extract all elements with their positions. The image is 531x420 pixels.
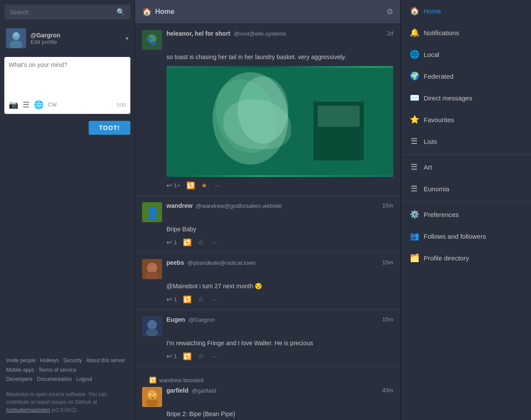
invite-people-link[interactable]: Invite people bbox=[6, 357, 36, 363]
boost-button[interactable]: 🔁 bbox=[183, 238, 192, 247]
post-actions: ↩ 1+ 🔁 ★ ··· bbox=[166, 181, 393, 190]
developers-link[interactable]: Developers bbox=[6, 376, 33, 382]
eunomia-icon: ☰ bbox=[410, 184, 418, 193]
documentation-link[interactable]: Documentation bbox=[37, 376, 72, 382]
hotkeys-link[interactable]: Hotkeys bbox=[40, 357, 59, 363]
post-actions: ↩ 1 🔁 ☆ ··· bbox=[166, 238, 393, 247]
avatar bbox=[6, 28, 26, 48]
reply-button[interactable]: ↩ 1 bbox=[166, 295, 177, 303]
cw-label[interactable]: CW bbox=[48, 102, 57, 108]
post-time: 15m bbox=[382, 316, 393, 323]
more-button[interactable]: ··· bbox=[215, 182, 220, 189]
security-link[interactable]: Security bbox=[63, 357, 82, 363]
formatting-icon[interactable]: ☰ bbox=[23, 100, 30, 110]
sidebar-item-label: Direct messages bbox=[424, 94, 472, 102]
mobile-apps-link[interactable]: Mobile apps bbox=[6, 367, 34, 373]
post-header: 😸 garfield @garfiald 43m bbox=[142, 387, 393, 407]
more-button[interactable]: ··· bbox=[212, 239, 216, 246]
sidebar-item-label: Profile directory bbox=[424, 254, 469, 262]
reply-button[interactable]: ↩ 1 bbox=[166, 238, 177, 247]
more-button[interactable]: ··· bbox=[212, 296, 216, 303]
post-handle: @Gargron bbox=[189, 317, 215, 323]
favourite-button[interactable]: ★ bbox=[201, 181, 207, 190]
post-header: 👤 wandrew @wandrew@godforsaken.website 1… bbox=[142, 202, 393, 222]
boost-button[interactable]: 🔁 bbox=[186, 181, 195, 190]
sidebar-item-notifications[interactable]: 🔔 Notifications bbox=[401, 22, 531, 43]
post-header: peebs @pbandkate@radical.town 15m bbox=[142, 259, 393, 279]
table-row: Eugen @Gargron 15m I'm rewatching Fringe… bbox=[135, 310, 400, 367]
sidebar-item-art[interactable]: ☰ Art bbox=[401, 156, 531, 178]
footer-links: Invite people · Hotkeys · Security · Abo… bbox=[0, 349, 135, 389]
sidebar-item-direct-messages[interactable]: ✉️ Direct messages bbox=[401, 87, 531, 109]
column-title: Home bbox=[155, 8, 174, 16]
post-author: peebs bbox=[166, 259, 184, 266]
post-author: Eugen bbox=[166, 316, 185, 323]
lists-icon: ☰ bbox=[410, 137, 418, 146]
post-header: Eugen @Gargron 15m bbox=[142, 316, 393, 336]
toot-button[interactable]: TOOT! bbox=[89, 121, 130, 135]
edit-profile-link[interactable]: Edit profile bbox=[30, 39, 121, 45]
star-icon: ☆ bbox=[198, 352, 204, 360]
post-content: so toast is chasing her tail in her laun… bbox=[166, 53, 393, 62]
star-icon: ☆ bbox=[198, 295, 204, 303]
post-time: 15m bbox=[382, 259, 393, 266]
about-link[interactable]: About this server bbox=[86, 357, 125, 363]
attach-image-icon[interactable]: 📷 bbox=[9, 100, 18, 110]
post-handle: @pbandkate@radical.town bbox=[187, 260, 255, 266]
post-meta: peebs @pbandkate@radical.town 15m bbox=[166, 259, 393, 266]
reply-count: 1 bbox=[174, 296, 177, 303]
left-sidebar: 🔍 @Gargron Edit profile ▾ 📷 ☰ 🌐 CW 500 T… bbox=[0, 0, 135, 420]
svg-text:👤: 👤 bbox=[146, 206, 160, 220]
reply-button[interactable]: ↩ 1 bbox=[166, 352, 177, 360]
boost-indicator: 🔁 wandrew boosted bbox=[142, 373, 393, 383]
favourite-button[interactable]: ☆ bbox=[198, 352, 204, 360]
sidebar-item-follows-followers[interactable]: 👥 Follows and followers bbox=[401, 225, 531, 247]
local-icon: 🌐 bbox=[410, 50, 418, 59]
search-icon[interactable]: 🔍 bbox=[116, 8, 125, 16]
reply-icon: ↩ bbox=[166, 181, 172, 190]
compose-textarea[interactable] bbox=[9, 61, 126, 96]
nav-divider bbox=[401, 201, 531, 202]
sidebar-item-label: Local bbox=[424, 51, 439, 58]
sidebar-item-label: Notifications bbox=[424, 29, 459, 37]
search-input[interactable] bbox=[10, 9, 116, 16]
terms-link[interactable]: Terms of service bbox=[39, 367, 76, 373]
sidebar-item-label: Favourites bbox=[424, 116, 454, 123]
sidebar-item-favourites[interactable]: ⭐ Favourites bbox=[401, 109, 531, 130]
sidebar-item-home[interactable]: 🏠 Home bbox=[401, 0, 531, 22]
post-handle: @root@elle.systems bbox=[234, 30, 286, 37]
reply-button[interactable]: ↩ 1+ bbox=[166, 181, 180, 190]
logout-link[interactable]: Logout bbox=[76, 376, 92, 382]
repo-link[interactable]: tootsuite/mastodon bbox=[6, 407, 50, 413]
column-settings-icon[interactable]: ⚙ bbox=[386, 7, 393, 17]
post-actions: ↩ 1 🔁 ☆ ··· bbox=[166, 295, 393, 303]
sidebar-item-local[interactable]: 🌐 Local bbox=[401, 43, 531, 65]
profile-chevron-icon[interactable]: ▾ bbox=[126, 35, 129, 42]
column-header: 🏠 Home ⚙ bbox=[135, 0, 400, 24]
search-bar[interactable]: 🔍 bbox=[4, 4, 130, 20]
boost-button[interactable]: 🔁 bbox=[183, 352, 192, 360]
sidebar-item-eunomia[interactable]: ☰ Eunomia bbox=[401, 178, 531, 200]
nav-divider bbox=[401, 154, 531, 154]
globe-icon[interactable]: 🌐 bbox=[34, 100, 43, 110]
favourite-button[interactable]: ☆ bbox=[198, 295, 204, 303]
post-avatar bbox=[142, 259, 162, 279]
post-meta: wandrew @wandrew@godforsaken.website 15m bbox=[166, 202, 393, 209]
sidebar-item-profile-directory[interactable]: 🗂️ Profile directory bbox=[401, 247, 531, 269]
more-button[interactable]: ··· bbox=[212, 353, 216, 360]
boost-by-label: wandrew boosted bbox=[159, 377, 203, 383]
post-avatar: 🐾 bbox=[142, 30, 162, 50]
mastodon-note: Mastodon is open source software. You ca… bbox=[0, 389, 135, 420]
sidebar-item-preferences[interactable]: ⚙️ Preferences bbox=[401, 203, 531, 225]
post-content: Bripe Baby bbox=[166, 225, 393, 234]
post-meta: heleanor, hel for short @root@elle.syste… bbox=[166, 30, 393, 37]
sidebar-item-label: Federated bbox=[424, 73, 453, 80]
boost-button[interactable]: 🔁 bbox=[183, 295, 192, 303]
reply-count: 1 bbox=[174, 239, 177, 246]
reply-count: 1+ bbox=[174, 182, 180, 189]
sidebar-item-federated[interactable]: 🌍 Federated bbox=[401, 65, 531, 87]
boost-icon: 🔁 bbox=[183, 352, 192, 360]
sidebar-item-lists[interactable]: ☰ Lists bbox=[401, 130, 531, 152]
table-row: 👤 wandrew @wandrew@godforsaken.website 1… bbox=[135, 196, 400, 253]
favourite-button[interactable]: ☆ bbox=[198, 238, 204, 247]
